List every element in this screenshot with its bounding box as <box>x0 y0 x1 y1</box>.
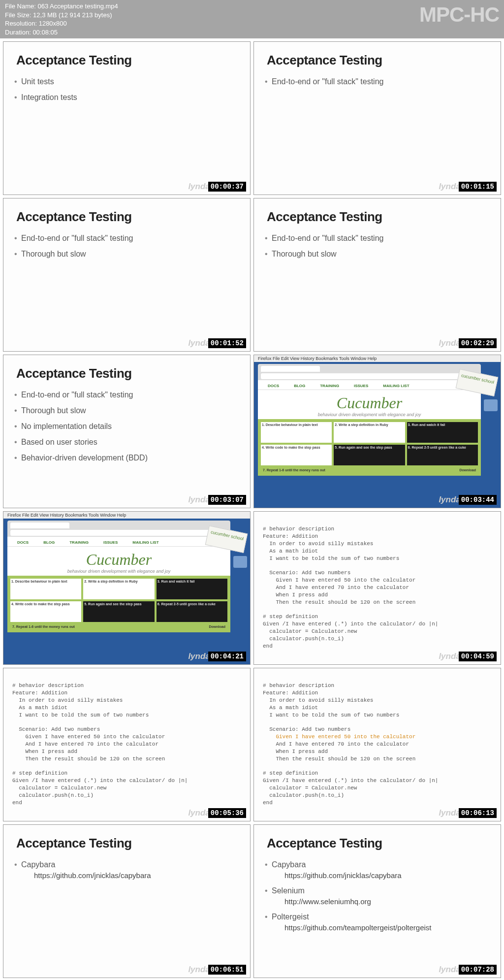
lynda-watermark: lynda <box>439 495 460 505</box>
file-name: 063 Acceptance testing.mp4 <box>37 2 118 10</box>
slide-title: Acceptance Testing <box>254 825 501 855</box>
site-nav: DOCSBLOGTRAININGISSUESMAILING LIST <box>258 382 481 390</box>
desktop-folder-icon <box>233 556 247 568</box>
slide-title: Acceptance Testing <box>3 355 250 385</box>
bullet-item: Thorough but slow <box>21 246 237 262</box>
thumbnail[interactable]: Acceptance TestingEnd-to-end or "full st… <box>253 41 501 195</box>
nav-item: MAILING LIST <box>383 384 409 388</box>
nav-item: MAILING LIST <box>132 540 158 545</box>
thumbnail-code[interactable]: # behavior descriptionFeature: Addition … <box>3 668 251 821</box>
timestamp: 00:05:36 <box>208 808 246 818</box>
bullet-list: End-to-end or "full stack" testing <box>254 72 501 90</box>
lynda-watermark: lynda <box>439 182 460 192</box>
bullet-item: Capybarahttps://github.com/jnicklas/capy… <box>272 857 488 883</box>
timestamp: 00:06:51 <box>208 965 246 975</box>
step-box: 1. Describe behaviour in plain text <box>10 579 81 599</box>
timestamp: 00:01:15 <box>459 182 497 192</box>
bullet-item: End-to-end or "full stack" testing <box>21 387 237 403</box>
bullet-sub-link: https://github.com/jnicklas/capybara <box>21 869 237 880</box>
file-size: 12,3 MB (12 914 213 bytes) <box>33 11 112 19</box>
bullet-list: End-to-end or "full stack" testingThorou… <box>3 229 250 262</box>
lynda-watermark: lynda <box>439 652 460 661</box>
step-box: 1. Describe behaviour in plain text <box>261 422 332 443</box>
step-box: 4. Write code to make the step pass <box>10 601 81 622</box>
thumbnail-code[interactable]: # behavior descriptionFeature: Addition … <box>253 668 501 821</box>
step-box: 3. Run and watch it fail <box>407 422 478 443</box>
thumbnail-code[interactable]: # behavior descriptionFeature: Addition … <box>253 511 501 665</box>
site-nav: DOCSBLOGTRAININGISSUESMAILING LIST <box>7 539 230 547</box>
thumbnail[interactable]: Acceptance TestingEnd-to-end or "full st… <box>3 198 251 352</box>
lynda-watermark: lynda <box>188 965 210 975</box>
thumbnail-browser[interactable]: Firefox File Edit View History Bookmarks… <box>3 511 251 665</box>
bullet-item: Based on user stories <box>21 434 237 450</box>
bullet-item: Poltergeisthttps://github.com/teampolter… <box>272 909 488 935</box>
timestamp: 00:00:37 <box>208 182 246 192</box>
bullet-item: Integration tests <box>21 90 237 105</box>
lynda-watermark: lynda <box>439 338 460 348</box>
desktop-folder-icon <box>484 399 498 411</box>
resolution: 1280x800 <box>39 20 67 27</box>
nav-item: ISSUES <box>354 384 368 388</box>
duration: 00:08:05 <box>32 29 58 36</box>
code-block: # behavior descriptionFeature: Addition … <box>254 512 501 650</box>
app-watermark: MPC-HC <box>419 1 499 29</box>
step-box: 6. Repeat 2-5 until green like a cuke <box>407 445 478 465</box>
timestamp: 00:07:28 <box>459 965 497 975</box>
mac-menubar: Firefox File Edit View History Bookmarks… <box>3 512 250 519</box>
bullet-item: Behavior-driven development (BDD) <box>21 450 237 466</box>
browser-chrome <box>258 364 481 380</box>
mac-menubar: Firefox File Edit View History Bookmarks… <box>254 355 501 362</box>
bullet-item: Thorough but slow <box>21 403 237 419</box>
code-block: # behavior descriptionFeature: Addition … <box>254 668 501 806</box>
lynda-watermark: lynda <box>188 652 210 661</box>
slide-title: Acceptance Testing <box>3 825 250 855</box>
thumbnail-grid: Acceptance TestingUnit testsIntegration … <box>0 38 504 980</box>
bullet-item: Unit tests <box>21 74 237 90</box>
bullet-item: No implementation details <box>21 419 237 434</box>
nav-item: DOCS <box>268 384 279 388</box>
slide-title: Acceptance Testing <box>254 42 501 72</box>
bullet-list: Unit testsIntegration tests <box>3 72 250 105</box>
bullet-item: End-to-end or "full stack" testing <box>272 230 488 246</box>
bullet-list: End-to-end or "full stack" testingThorou… <box>3 385 250 466</box>
thumbnail-browser[interactable]: Firefox File Edit View History Bookmarks… <box>253 355 501 508</box>
nav-item: BLOG <box>294 384 305 388</box>
bullet-item: Seleniumhttp://www.seleniumhq.org <box>272 883 488 909</box>
bullet-item: Capybarahttps://github.com/jnicklas/capy… <box>21 857 237 883</box>
lynda-watermark: lynda <box>188 495 210 505</box>
thumbnail[interactable]: Acceptance TestingEnd-to-end or "full st… <box>3 355 251 508</box>
slide-title: Acceptance Testing <box>3 198 250 229</box>
bullet-item: Thorough but slow <box>272 246 488 262</box>
thumbnail[interactable]: Acceptance TestingCapybarahttps://github… <box>253 824 501 978</box>
step-box: 3. Run and watch it fail <box>157 579 227 599</box>
browser-chrome <box>7 521 230 537</box>
cucumber-logo: Cucumber <box>258 394 481 412</box>
nav-item: DOCS <box>17 540 29 545</box>
bullet-sub-link: http://www.seleniumhq.org <box>272 895 488 906</box>
timestamp: 00:06:13 <box>459 808 497 818</box>
lynda-watermark: lynda <box>439 808 460 818</box>
nav-item: BLOG <box>43 540 55 545</box>
timestamp: 00:04:21 <box>208 652 246 661</box>
step-box: 6. Repeat 2-5 until green like a cuke <box>157 601 227 622</box>
timestamp: 00:01:52 <box>208 338 246 348</box>
bullet-list: End-to-end or "full stack" testingThorou… <box>254 229 501 262</box>
file-info-header: File Name: 063 Acceptance testing.mp4 Fi… <box>0 0 504 38</box>
timestamp: 00:02:29 <box>459 338 497 348</box>
step-box: 2. Write a step definition in Ruby <box>83 579 154 599</box>
cucumber-logo: Cucumber <box>7 551 230 569</box>
thumbnail[interactable]: Acceptance TestingEnd-to-end or "full st… <box>253 198 501 352</box>
lynda-watermark: lynda <box>188 182 210 192</box>
bullet-item: End-to-end or "full stack" testing <box>21 230 237 246</box>
thumbnail[interactable]: Acceptance TestingUnit testsIntegration … <box>3 41 251 195</box>
nav-item: ISSUES <box>103 540 118 545</box>
bullet-item: End-to-end or "full stack" testing <box>272 74 488 90</box>
thumbnail[interactable]: Acceptance TestingCapybarahttps://github… <box>3 824 251 978</box>
slide-title: Acceptance Testing <box>254 198 501 229</box>
bullet-list: Capybarahttps://github.com/jnicklas/capy… <box>254 855 501 935</box>
step-box: 4. Write code to make the step pass <box>261 445 332 465</box>
code-block: # behavior descriptionFeature: Addition … <box>3 668 250 806</box>
timestamp: 00:03:07 <box>208 495 246 505</box>
bullet-sub-link: https://github.com/jnicklas/capybara <box>272 869 488 880</box>
step-box: 5. Run again and see the step pass <box>83 601 154 622</box>
